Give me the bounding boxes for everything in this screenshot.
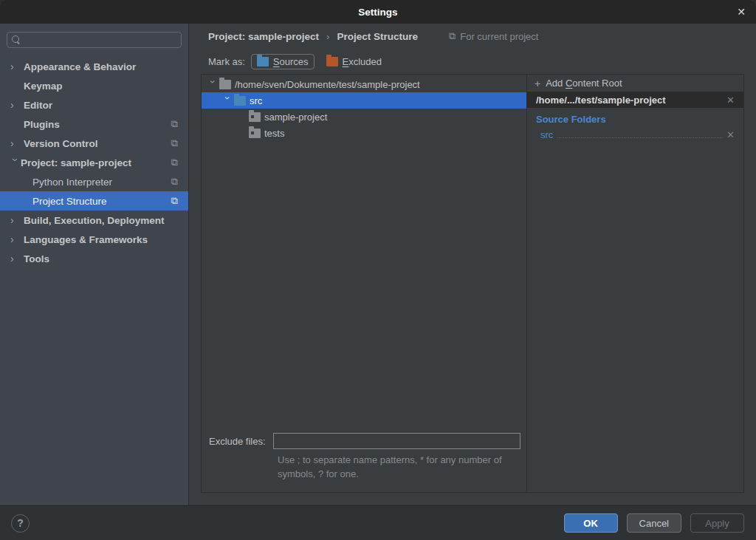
per-project-settings-icon: ⧉ [171, 157, 178, 168]
search-icon [12, 35, 21, 44]
chevron-right-icon: › [10, 137, 24, 149]
settings-content: Project: sample-project › Project Struct… [189, 24, 756, 505]
directory-tree-panel: › /home/sven/Dokumente/test/sample-proje… [202, 75, 526, 492]
mark-sources-button[interactable]: Sources [251, 54, 315, 69]
settings-dialog: Settings ✕ › Appearance & Behavior Keyma… [0, 0, 756, 540]
tree-row-tests[interactable]: tests [202, 125, 526, 141]
dialog-footer: ? OK Cancel Apply [0, 505, 756, 540]
search-box[interactable] [7, 32, 182, 48]
sidebar-item-python-interpreter[interactable]: Python Interpreter ⧉ [0, 172, 188, 191]
sidebar-item-build-execution-deployment[interactable]: › Build, Execution, Deployment [0, 211, 188, 230]
title-bar: Settings ✕ [0, 0, 756, 24]
per-project-settings-icon: ⧉ [171, 176, 178, 188]
tree-row-src[interactable]: › src [202, 92, 526, 109]
sources-folder-icon [257, 57, 269, 66]
mark-excluded-button[interactable]: Excluded [320, 54, 388, 69]
close-icon[interactable]: ✕ [734, 0, 749, 24]
sidebar-item-version-control[interactable]: › Version Control ⧉ [0, 134, 188, 153]
breadcrumb-project[interactable]: Project: sample-project [208, 31, 319, 42]
exclude-files-input[interactable] [273, 433, 520, 449]
sidebar-item-languages-frameworks[interactable]: › Languages & Frameworks [0, 230, 188, 249]
tree-row-sample-project[interactable]: sample-project [202, 109, 526, 125]
content-panels: › /home/sven/Dokumente/test/sample-proje… [201, 74, 744, 493]
sidebar-item-project-structure[interactable]: Project Structure ⧉ [0, 191, 188, 211]
exclude-files-row: Exclude files: [202, 433, 526, 449]
sidebar-item-appearance-behavior[interactable]: › Appearance & Behavior [0, 57, 188, 76]
chevron-right-icon: › [10, 233, 24, 245]
per-project-settings-icon: ⧉ [171, 118, 178, 130]
breadcrumb-separator: › [326, 31, 329, 42]
mark-as-label: Mark as: [208, 56, 245, 67]
tree-row-content-root[interactable]: › /home/sven/Dokumente/test/sample-proje… [202, 76, 526, 92]
ok-button[interactable]: OK [564, 513, 618, 533]
chevron-down-icon: › [207, 80, 219, 90]
source-folder-icon [234, 96, 246, 106]
context-note: ⧉ For current project [449, 30, 539, 42]
chevron-right-icon: › [10, 253, 24, 264]
source-folders-title: Source Folders [527, 108, 743, 126]
chevron-right-icon: › [10, 61, 24, 72]
mark-as-toolbar: Mark as: Sources Excluded [201, 49, 744, 74]
plus-icon: + [535, 78, 540, 89]
chevron-down-icon: › [222, 96, 233, 106]
search-input[interactable] [24, 35, 176, 46]
remove-content-root-icon[interactable]: ✕ [726, 95, 735, 106]
breadcrumb-project-structure: Project Structure [337, 31, 418, 42]
excluded-folder-icon [326, 57, 338, 66]
sidebar-item-project[interactable]: › Project: sample-project ⧉ [0, 153, 188, 172]
sidebar-item-tools[interactable]: › Tools [0, 249, 188, 268]
chevron-down-icon: › [10, 158, 21, 168]
remove-source-folder-icon[interactable]: ✕ [726, 129, 735, 140]
content-root-path: /home/.../test/sample-project [536, 95, 666, 106]
package-folder-icon [249, 129, 261, 138]
sidebar-item-plugins[interactable]: Plugins ⧉ [0, 115, 188, 134]
breadcrumb: Project: sample-project › Project Struct… [201, 24, 744, 49]
dialog-title: Settings [358, 7, 397, 18]
content-roots-panel: + Add Content Root /home/.../test/sample… [526, 75, 743, 492]
cancel-button[interactable]: Cancel [627, 513, 681, 533]
per-project-settings-icon: ⧉ [171, 137, 178, 149]
chevron-right-icon: › [10, 214, 24, 226]
exclude-files-hint: Use ; to separate name patterns, * for a… [278, 454, 518, 482]
sidebar-item-editor[interactable]: › Editor [0, 95, 188, 115]
add-content-root-button[interactable]: + Add Content Root [527, 75, 743, 92]
directory-tree: › /home/sven/Dokumente/test/sample-proje… [202, 75, 526, 433]
settings-sidebar: › Appearance & Behavior Keymap › Editor … [0, 24, 189, 505]
chevron-right-icon: › [10, 99, 24, 111]
package-folder-icon [249, 112, 261, 122]
sidebar-item-keymap[interactable]: Keymap [0, 76, 188, 95]
help-button[interactable]: ? [11, 514, 30, 533]
source-folder-name: src [540, 129, 553, 140]
per-project-settings-icon: ⧉ [449, 30, 456, 42]
folder-icon [219, 80, 231, 89]
per-project-settings-icon: ⧉ [171, 195, 178, 207]
apply-button: Apply [690, 513, 744, 533]
source-folder-row[interactable]: src ✕ [527, 126, 743, 140]
content-root-row[interactable]: /home/.../test/sample-project ✕ [527, 92, 743, 108]
exclude-files-label: Exclude files: [209, 436, 266, 447]
